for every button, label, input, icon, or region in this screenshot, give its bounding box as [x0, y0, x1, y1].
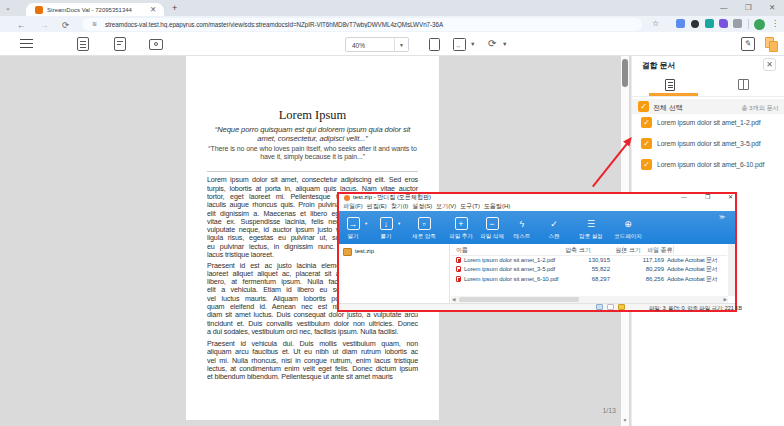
- extension-icon-dark[interactable]: [691, 20, 699, 28]
- tool-icon: ✓: [548, 218, 561, 231]
- bandizip-toolbar: ≫ →열기▾↓풀기▾▫새로 압축+파일 추가−파일 삭제ϟ테스트✓스캔☰암호 설…: [339, 211, 735, 244]
- hscroll-left-icon[interactable]: ◀: [452, 297, 455, 302]
- thumbnail-panel-icon[interactable]: [77, 37, 89, 51]
- document-list-icon: [665, 79, 675, 91]
- column-name[interactable]: 이름: [456, 246, 468, 255]
- document-line: et bibendum bibendum. Pellentesque ut an…: [207, 372, 418, 380]
- file-list-hscrollbar[interactable]: ◀ ▶: [451, 296, 728, 303]
- document-line: Lorem ipsum dolor sit amet, consectetur …: [207, 175, 418, 183]
- tool-label: 코드페이지: [602, 232, 654, 240]
- document-paragraph: Praesent id vehicula dui. Duis mollis ve…: [207, 339, 418, 381]
- page-layout-icon[interactable]: [114, 37, 126, 51]
- tab-close-icon[interactable]: ✕: [150, 5, 156, 14]
- bandizip-minimize-button[interactable]: —: [681, 193, 687, 202]
- file-row[interactable]: Lorem ipsum dolor sit amet_3-5.pdf55,822…: [451, 265, 727, 275]
- bandizip-menu-item[interactable]: 설정(S): [412, 202, 432, 211]
- file-type: Adobe Acrobat 문서: [667, 256, 718, 265]
- bandizip-menu-item[interactable]: 파일(F): [343, 202, 363, 211]
- back-button[interactable]: ←: [17, 20, 26, 30]
- edit-pencil-icon[interactable]: ✎: [741, 37, 755, 51]
- document-line: vel mi. Nulla rhoncus, nisi in congue ru…: [207, 356, 418, 364]
- document-line: turpis, lobortis at porta in, aliquam qu…: [207, 184, 418, 192]
- tool-icon: +: [455, 217, 468, 230]
- item-filename: Lorem ipsum dolor sit amet_1-2.pdf: [657, 119, 761, 126]
- item-checkbox[interactable]: ✓: [641, 117, 652, 128]
- extension-icon-blue[interactable]: [676, 19, 685, 28]
- bandizip-title: test.zip - 반디집 (오픈체험판): [353, 193, 431, 202]
- column-original-size[interactable]: 원본 크기: [593, 246, 641, 255]
- panel-document-item[interactable]: ✓Lorem ipsum dolor sit amet_1-2.pdf: [632, 117, 784, 129]
- hscroll-thumb[interactable]: [459, 297, 579, 302]
- fit-width-icon[interactable]: ↔: [453, 38, 466, 51]
- bandizip-menu-item[interactable]: 도구(T): [460, 202, 480, 211]
- bandizip-tool-코드페이지[interactable]: ⊕코드페이지: [609, 213, 647, 243]
- panel-document-item[interactable]: ✓Lorem ipsum dolor sit amet_6-10.pdf: [632, 159, 784, 171]
- window-restore-button[interactable]: ❐: [745, 3, 752, 12]
- rotate-caret-icon[interactable]: ▼: [502, 41, 507, 47]
- panel-document-item[interactable]: ✓Lorem ipsum dolor sit amet_3-5.pdf: [632, 138, 784, 150]
- panel-tab-documents[interactable]: [632, 75, 708, 94]
- url-bar[interactable]: ≋ streamdocs-val.test.hq.epapyrus.com/ma…: [82, 18, 642, 31]
- extension-icon-purple[interactable]: [719, 19, 728, 28]
- profile-avatar[interactable]: [754, 19, 765, 30]
- forward-button[interactable]: →: [40, 20, 49, 30]
- file-type: Adobe Acrobat 문서: [667, 275, 718, 284]
- window-close-button[interactable]: ✕: [769, 3, 775, 12]
- document-quote-latin: “Neque porro quisquam est qui dolorem ip…: [207, 126, 418, 143]
- file-row[interactable]: Lorem ipsum dolor sit amet_1-2.pdf130,91…: [451, 255, 727, 265]
- fit-page-icon[interactable]: [429, 38, 440, 51]
- bandizip-menu-item[interactable]: 편집(E): [367, 202, 387, 211]
- tool-icon: ▫: [418, 217, 431, 230]
- new-tab-button[interactable]: +: [172, 3, 177, 13]
- item-checkbox[interactable]: ✓: [641, 159, 652, 170]
- window-minimize-button[interactable]: —: [720, 3, 728, 12]
- combine-documents-icon[interactable]: [765, 37, 774, 48]
- tool-icon: ☰: [585, 218, 598, 231]
- hscroll-right-icon[interactable]: ▶: [724, 297, 727, 302]
- view-detail-icon[interactable]: [607, 304, 614, 310]
- tab-search-chevron-icon[interactable]: ⌄: [5, 4, 11, 12]
- file-name: Lorem ipsum dolor sit amet_6-10.pdf: [464, 275, 558, 284]
- pdf-file-icon: [456, 276, 461, 282]
- zoom-level-select[interactable]: 40% ▼: [345, 37, 409, 52]
- reload-button[interactable]: ⟳: [62, 20, 69, 30]
- column-packed-size[interactable]: 압축 크기: [541, 246, 591, 255]
- rotate-icon[interactable]: ⟳: [488, 39, 496, 49]
- bandizip-restore-button[interactable]: ❐: [705, 193, 710, 202]
- scrollbar-down-arrow-icon[interactable]: ▼: [623, 417, 628, 423]
- tree-root-item[interactable]: test.zip: [355, 247, 374, 256]
- view-folder-icon[interactable]: [618, 304, 625, 310]
- bandizip-menu-item[interactable]: 도움말(H): [484, 202, 510, 211]
- document-count-label: 총 3개의 문서: [705, 104, 779, 113]
- item-checkbox[interactable]: ✓: [641, 138, 652, 149]
- bandizip-tree-pane: test.zip: [339, 244, 449, 296]
- bandizip-window: test.zip - 반디집 (오픈체험판) — ❐ ✕ 파일(F)편집(E)찾…: [337, 192, 737, 312]
- file-type: Adobe Acrobat 문서: [667, 265, 718, 274]
- snapshot-icon[interactable]: [149, 39, 163, 50]
- extension-icon-teal[interactable]: [705, 19, 714, 28]
- file-row[interactable]: Lorem ipsum dolor sit amet_6-10.pdf68,29…: [451, 274, 727, 284]
- menu-hamburger-icon[interactable]: [20, 39, 33, 48]
- view-list-icon[interactable]: [596, 304, 603, 310]
- file-list-scrollbar[interactable]: [728, 244, 735, 296]
- site-info-icon[interactable]: ≋: [92, 21, 98, 27]
- panel-tab-split-view[interactable]: [709, 75, 784, 94]
- tool-dropdown-icon[interactable]: ▾: [398, 221, 400, 226]
- file-packed-size: 68,297: [560, 275, 610, 284]
- select-all-checkbox[interactable]: ✓: [638, 101, 649, 112]
- bandizip-close-button[interactable]: ✕: [728, 193, 733, 202]
- bandizip-menu-item[interactable]: 보기(V): [436, 202, 456, 211]
- pane-divider[interactable]: [449, 244, 450, 303]
- browser-tab[interactable]: StreamDocs Val - 72095351344 ✕: [26, 3, 164, 16]
- browser-menu-icon[interactable]: ⋮: [771, 19, 779, 28]
- toolbar-overflow-icon[interactable]: ≫: [719, 213, 725, 220]
- bandizip-menu-item[interactable]: 찾기(I): [391, 202, 409, 211]
- bandizip-menubar: 파일(F)편집(E)찾기(I)설정(S)보기(V)도구(T)도움말(H): [339, 202, 735, 211]
- fit-width-caret-icon[interactable]: ▼: [470, 41, 475, 47]
- viewer-scrollbar-thumb[interactable]: [622, 59, 628, 87]
- file-original-size: 117,169: [614, 256, 664, 265]
- extensions-puzzle-icon[interactable]: [733, 19, 742, 28]
- column-file-type[interactable]: 파일 종류: [647, 246, 673, 255]
- bookmark-star-icon[interactable]: ☆: [652, 19, 659, 28]
- panel-close-button[interactable]: ✕: [763, 58, 776, 71]
